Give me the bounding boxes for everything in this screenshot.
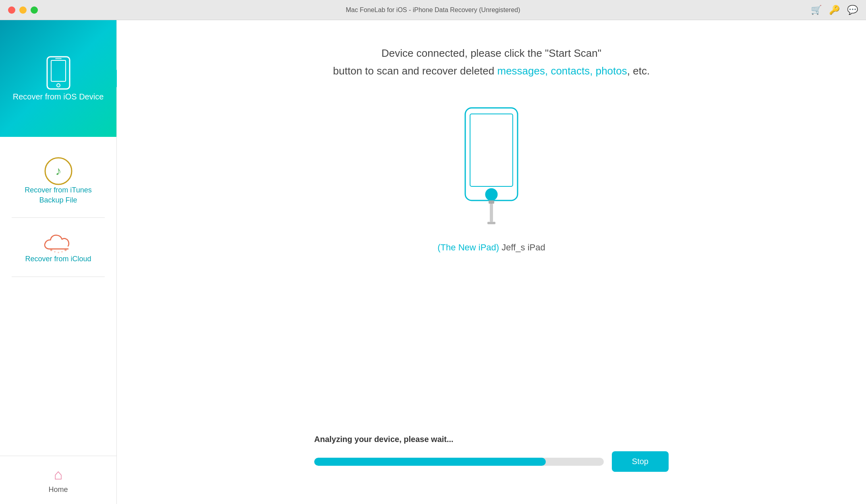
svg-point-2 (57, 84, 60, 87)
heading-line2-suffix: , etc. (627, 65, 650, 77)
key-icon[interactable]: 🔑 (829, 5, 840, 15)
main-layout: Recover from iOS Device ♪ Recover from i… (0, 20, 866, 504)
icloud-label: Recover from iCloud (25, 254, 91, 264)
itunes-icon: ♪ (44, 157, 73, 185)
ios-device-label: Recover from iOS Device (13, 91, 104, 102)
close-button[interactable] (8, 6, 15, 14)
main-content: Device connected, please click the "Star… (117, 20, 866, 504)
sidebar-item-ios-device[interactable]: Recover from iOS Device (0, 20, 116, 137)
svg-point-8 (58, 252, 59, 254)
device-name: (The New iPad) Jeff_s iPad (437, 242, 545, 253)
heading-line2-prefix: button to scan and recover deleted (333, 65, 497, 77)
device-illustration (453, 104, 530, 226)
svg-text:♪: ♪ (55, 164, 61, 178)
title-bar-icons: 🛒 🔑 💬 (811, 5, 858, 15)
divider-2 (12, 277, 105, 277)
icloud-icon (42, 230, 75, 254)
maximize-button[interactable] (31, 6, 38, 14)
sidebar-item-home[interactable]: ⌂ Home (0, 456, 116, 504)
heading-line1: Device connected, please click the "Star… (333, 44, 650, 62)
cart-icon[interactable]: 🛒 (811, 5, 822, 15)
sidebar-item-icloud[interactable]: Recover from iCloud (0, 218, 116, 276)
home-icon: ⌂ (54, 466, 63, 483)
sidebar-item-itunes[interactable]: ♪ Recover from iTunesBackup File (0, 145, 116, 217)
svg-point-7 (54, 251, 56, 253)
sidebar-middle: ♪ Recover from iTunesBackup File Recover… (0, 137, 116, 456)
minimize-button[interactable] (19, 6, 27, 14)
window-title: Mac FoneLab for iOS - iPhone Data Recove… (346, 6, 520, 14)
progress-bar-track (314, 458, 604, 466)
phone-icon (40, 55, 77, 91)
svg-point-9 (61, 251, 63, 253)
ipad-svg (453, 104, 530, 225)
svg-point-13 (486, 189, 497, 200)
progress-bar-fill (314, 458, 546, 466)
chat-icon[interactable]: 💬 (847, 5, 858, 15)
window-controls (8, 6, 38, 14)
device-name-text: Jeff_s iPad (499, 242, 545, 252)
svg-rect-3 (55, 58, 62, 59)
main-heading: Device connected, please click the "Star… (333, 44, 650, 80)
progress-label: Analyzing your device, please wait... (314, 435, 669, 444)
svg-rect-16 (487, 222, 495, 224)
heading-line2: button to scan and recover deleted messa… (333, 62, 650, 80)
progress-bar-container: Stop (314, 451, 669, 472)
title-bar: Mac FoneLab for iOS - iPhone Data Recove… (0, 0, 866, 20)
progress-section: Analyzing your device, please wait... St… (290, 435, 693, 472)
device-model: (The New iPad) (437, 242, 499, 252)
svg-rect-14 (489, 200, 494, 204)
svg-point-10 (64, 249, 66, 251)
stop-button[interactable]: Stop (612, 451, 669, 472)
heading-links: messages, contacts, photos (497, 65, 627, 77)
svg-point-6 (50, 249, 52, 251)
itunes-label: Recover from iTunesBackup File (25, 185, 91, 205)
sidebar: Recover from iOS Device ♪ Recover from i… (0, 20, 117, 504)
home-label: Home (48, 485, 68, 494)
svg-rect-15 (490, 204, 493, 222)
svg-rect-1 (51, 60, 66, 81)
